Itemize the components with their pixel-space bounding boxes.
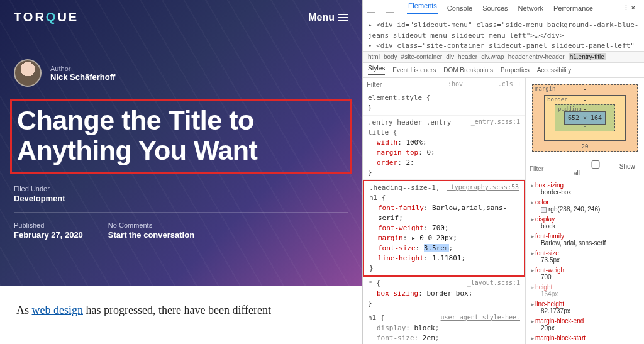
web-design-link[interactable]: web design [32,304,83,316]
filed-value[interactable]: Development [14,194,348,203]
subtab-a11y[interactable]: Accessibility [537,67,571,74]
subtab-dombp[interactable]: DOM Breakpoints [443,67,493,74]
computed-prop[interactable]: ▸colorrgb(238, 240, 246) [526,197,644,214]
devtools-pane: Elements Console Sources Network Perform… [362,0,644,344]
subtab-styles[interactable]: Styles [368,65,385,75]
tab-sources[interactable]: Sources [481,4,509,12]
rule-element-style: element.style {} [363,91,525,116]
author-label: Author [50,65,115,72]
tab-performance[interactable]: Performance [552,4,594,12]
box-model[interactable]: margin- border- padding- 652 × 164 - - 2… [526,78,644,158]
tab-console[interactable]: Console [446,4,474,12]
computed-prop[interactable]: ▸margin-block-end20px [526,316,644,333]
computed-prop[interactable]: ▸font-size73.5px [526,248,644,265]
filed-label: Filed Under [14,185,348,192]
computed-prop[interactable]: ▸box-sizingborder-box [526,180,644,197]
computed-prop[interactable]: ▸font-familyBarlow, arial, sans-serif [526,231,644,248]
published-label: Published [14,221,83,229]
computed-prop[interactable]: ▸displayblock [526,214,644,231]
computed-prop[interactable]: ▸height164px [526,282,644,299]
subtab-listeners[interactable]: Event Listeners [392,67,436,74]
inspect-icon[interactable] [367,4,375,13]
rule-heading-h1: _typography.scss:53.heading--size-1, h1 … [363,180,525,276]
rule-ua-h1: user agent stylesheeth1 { display: block… [363,311,525,344]
hamburger-icon [338,17,348,18]
breadcrumb-trail[interactable]: htmlbody#site-containerdivheaderdiv.wrap… [363,52,644,63]
device-icon[interactable] [386,4,394,13]
styles-filter-input[interactable] [367,80,417,88]
cls-toggle[interactable]: .cls [498,80,513,89]
article-body: As web design has progressed, there have… [0,286,362,335]
comments-link[interactable]: Start the conversation [108,230,194,240]
menu-toggle[interactable]: Menu [308,12,348,23]
computed-prop[interactable]: ▸font-weight700 [526,265,644,282]
subtab-props[interactable]: Properties [501,67,530,74]
show-all-toggle[interactable]: Show all [574,160,640,177]
rule-star: _layout.scss:1* { box-sizing: border-box… [363,277,525,311]
author-avatar[interactable] [14,59,42,87]
more-tabs-icon[interactable]: ⋮ × [618,4,640,12]
tab-network[interactable]: Network [517,4,545,12]
entry-title[interactable]: Change the Title to Anything You Want [17,105,345,165]
computed-filter-input[interactable] [530,165,574,172]
site-logo[interactable]: TORQUE [14,10,79,25]
dom-tree[interactable]: ▸ <div id="slideout-menu" class="side-me… [363,16,644,52]
hero-header: TORQUE Menu Author Nick Schäferhoff Chan… [0,0,362,286]
published-value: February 27, 2020 [14,230,83,240]
comments-label: No Comments [108,221,194,229]
computed-panel[interactable]: margin- border- padding- 652 × 164 - - 2… [526,78,644,344]
website-pane: TORQUE Menu Author Nick Schäferhoff Chan… [0,0,362,344]
title-highlight: Change the Title to Anything You Want [10,99,352,174]
styles-panel[interactable]: :hov .cls + element.style {} _entry.scss… [363,78,526,344]
rule-entry-title: _entry.scss:1.entry-header .entry-title … [363,116,525,180]
tab-elements[interactable]: Elements [407,2,438,14]
hov-toggle[interactable]: :hov [448,80,463,89]
computed-prop[interactable]: ▸margin-block-start [526,333,644,343]
author-name[interactable]: Nick Schäferhoff [50,72,115,82]
computed-prop[interactable]: ▸line-height82.1737px [526,299,644,316]
